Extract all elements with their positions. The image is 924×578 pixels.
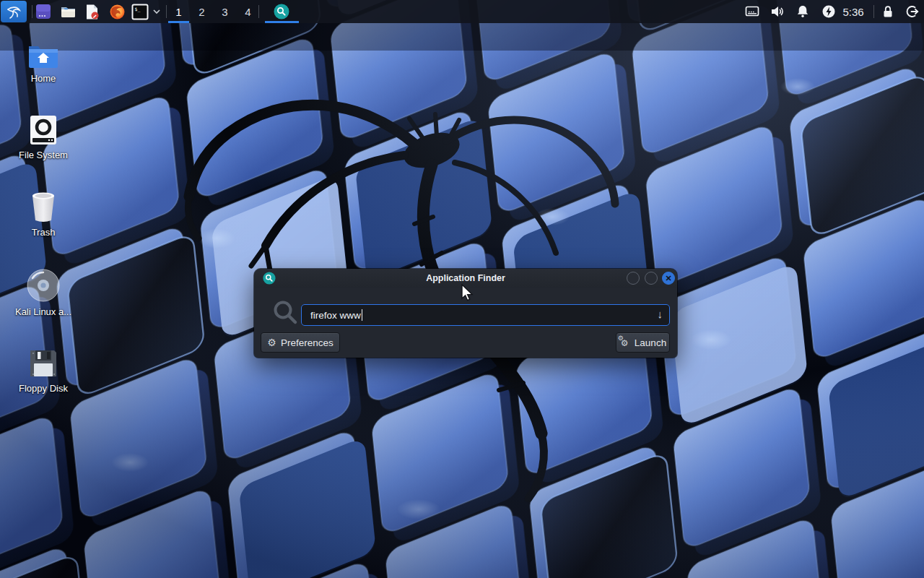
- launcher-terminal-window[interactable]: [35, 3, 52, 20]
- preferences-button-label: Preferences: [281, 337, 334, 348]
- search-input[interactable]: firefox www ↓: [301, 304, 670, 326]
- search-input-value: firefox www: [310, 310, 361, 321]
- launch-gears-icon: ⚙⚙: [619, 337, 630, 348]
- maximize-button[interactable]: [645, 272, 658, 285]
- taskbar-application-finder-button[interactable]: [264, 0, 299, 23]
- workspace-3-button[interactable]: 3: [214, 0, 236, 23]
- optical-disc-icon: [26, 268, 61, 303]
- home-folder-icon: [27, 42, 60, 69]
- panel-separator: [258, 5, 259, 18]
- desktop-icon-label: Kali Linux a...: [9, 306, 78, 317]
- firefox-icon: [109, 4, 126, 20]
- preferences-button[interactable]: ⚙ Preferences: [261, 332, 340, 353]
- floppy-disk-icon: [27, 348, 59, 379]
- trash-bin-icon: [28, 190, 58, 223]
- desktop-icon-label: File System: [9, 150, 78, 160]
- launcher-firefox[interactable]: [108, 3, 126, 20]
- workspace-1-label: 1: [175, 6, 181, 18]
- chevron-down-icon: [152, 9, 161, 14]
- search-icon: [271, 298, 300, 327]
- top-panel: $_ 1 2 3 4: [0, 0, 924, 23]
- bell-icon: [796, 4, 810, 19]
- mouse-cursor: [461, 284, 476, 303]
- workspace-2-label: 2: [199, 6, 204, 18]
- launcher-terminal-dropdown[interactable]: $_: [131, 3, 162, 20]
- desktop-icon-file-system[interactable]: File System: [9, 114, 78, 160]
- desktop-icon-label: Trash: [9, 227, 78, 238]
- application-finder-icon: [274, 4, 289, 20]
- tray-power-status-button[interactable]: [821, 4, 836, 19]
- lock-screen-button[interactable]: [881, 4, 895, 19]
- terminal-window-icon: [35, 4, 51, 20]
- workspace-3-label: 3: [222, 6, 227, 18]
- volume-icon: [770, 4, 785, 19]
- text-caret: [362, 309, 362, 321]
- text-editor-icon: [84, 4, 100, 20]
- lock-icon: [881, 4, 895, 19]
- application-finder-window: Application Finder ✕ firefox www ↓ ⚙ Pre…: [254, 269, 677, 358]
- terminal-icon: $_: [131, 4, 149, 20]
- gear-icon: ⚙: [267, 337, 276, 348]
- workspace-2-button[interactable]: 2: [191, 0, 213, 23]
- log-out-button[interactable]: [905, 4, 920, 19]
- desktop-icon-kali-linux-disc[interactable]: Kali Linux a...: [9, 268, 78, 317]
- applications-menu-button[interactable]: [1, 1, 27, 22]
- launcher-text-editor[interactable]: [83, 3, 100, 20]
- tray-display-button[interactable]: [745, 4, 759, 19]
- clock[interactable]: 5:36: [837, 0, 869, 23]
- panel-separator: [166, 5, 167, 18]
- file-manager-icon: [60, 4, 77, 20]
- active-window-indicator: [265, 21, 299, 23]
- desktop-icon-label: Home: [9, 73, 78, 84]
- tray-notifications-button[interactable]: [796, 4, 810, 19]
- tray-volume-button[interactable]: [770, 4, 785, 19]
- minimize-button[interactable]: [627, 272, 640, 285]
- dropdown-arrow-icon[interactable]: ↓: [658, 308, 663, 320]
- launch-button-label: Launch: [635, 337, 666, 348]
- display-icon: [745, 4, 759, 19]
- launcher-file-manager[interactable]: [59, 3, 77, 20]
- svg-text:$_: $_: [135, 6, 141, 12]
- desktop-icon-home[interactable]: Home: [9, 42, 78, 84]
- kali-logo-icon: [5, 3, 22, 20]
- close-button[interactable]: ✕: [662, 272, 675, 285]
- power-status-icon: [821, 4, 836, 19]
- log-out-icon: [905, 4, 920, 19]
- active-workspace-indicator: [168, 21, 189, 23]
- desktop-icon-floppy-disk[interactable]: Floppy Disk: [9, 348, 78, 394]
- panel-separator: [32, 5, 32, 18]
- workspace-4-label: 4: [245, 6, 250, 18]
- desktop-icon-label: Floppy Disk: [9, 383, 78, 394]
- hard-drive-icon: [28, 114, 58, 146]
- launch-button[interactable]: ⚙⚙ Launch: [616, 332, 670, 353]
- workspace-1-button[interactable]: 1: [167, 0, 190, 23]
- workspace-4-button[interactable]: 4: [237, 0, 259, 23]
- desktop-icon-trash[interactable]: Trash: [9, 190, 78, 238]
- close-icon: ✕: [665, 274, 671, 283]
- panel-separator: [873, 5, 874, 18]
- clock-text: 5:36: [842, 6, 863, 18]
